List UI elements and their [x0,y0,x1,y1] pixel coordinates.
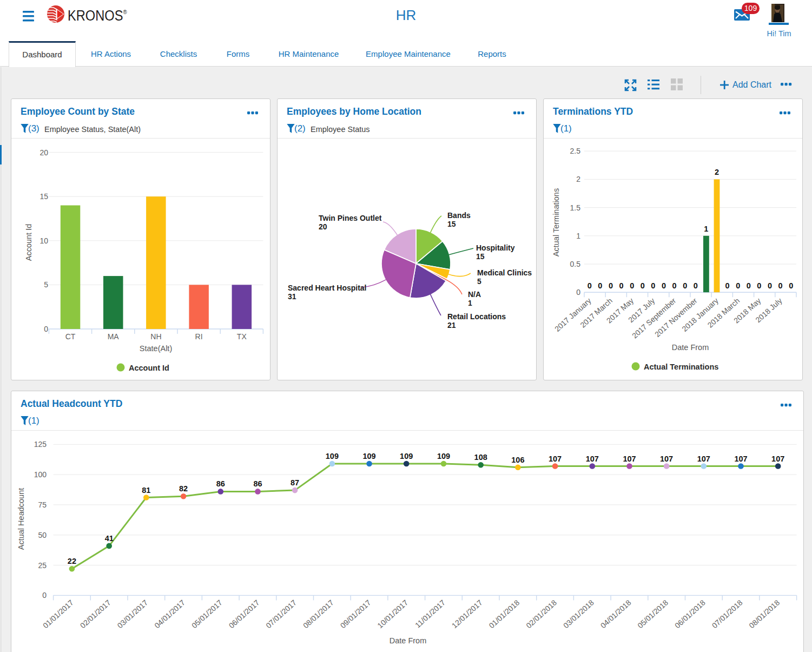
svg-text:125: 125 [34,440,47,449]
svg-text:06/01/2018: 06/01/2018 [673,598,707,630]
svg-text:0: 0 [778,281,783,290]
svg-text:09/01/2017: 09/01/2017 [339,598,373,630]
svg-text:Account Id: Account Id [24,224,33,261]
svg-text:107: 107 [586,455,599,463]
svg-text:08/01/2017: 08/01/2017 [301,598,335,630]
svg-text:05/01/2017: 05/01/2017 [190,598,224,630]
svg-text:107: 107 [734,455,747,463]
svg-text:82: 82 [179,484,188,493]
svg-text:0: 0 [662,281,666,290]
svg-text:1: 1 [704,225,708,233]
svg-text:0: 0 [651,281,655,290]
svg-text:Retail Locations: Retail Locations [447,312,506,321]
svg-text:0: 0 [747,281,751,290]
svg-text:0: 0 [757,281,761,290]
svg-text:86: 86 [216,479,225,488]
svg-text:0: 0 [694,281,698,290]
svg-text:RI: RI [195,332,203,341]
svg-text:02/01/2018: 02/01/2018 [524,598,558,630]
svg-text:0: 0 [736,281,740,290]
svg-text:21: 21 [447,321,456,330]
svg-text:2: 2 [715,168,719,176]
svg-text:1.5: 1.5 [570,203,581,212]
svg-text:15: 15 [447,220,456,228]
svg-text:0: 0 [587,281,592,290]
svg-text:87: 87 [291,478,299,487]
svg-text:25: 25 [38,561,47,570]
svg-text:0: 0 [576,288,580,297]
svg-text:1: 1 [468,299,472,307]
svg-text:106: 106 [511,456,524,464]
svg-text:107: 107 [771,455,784,463]
svg-text:07/01/2018: 07/01/2018 [710,598,744,630]
svg-text:81: 81 [142,486,150,495]
svg-text:0.5: 0.5 [570,260,581,268]
svg-text:NH: NH [150,332,161,341]
svg-text:Account Id: Account Id [129,364,169,372]
svg-text:109: 109 [326,452,339,460]
svg-text:41: 41 [105,534,114,543]
svg-text:12/01/2017: 12/01/2017 [450,598,484,630]
svg-text:107: 107 [623,455,636,463]
svg-text:04/01/2018: 04/01/2018 [599,598,633,630]
svg-text:08/01/2018: 08/01/2018 [747,598,781,630]
svg-text:0: 0 [683,281,687,290]
svg-text:N/A: N/A [468,290,481,299]
svg-text:04/01/2017: 04/01/2017 [153,598,187,630]
svg-text:5: 5 [44,280,48,289]
svg-text:0: 0 [630,281,634,290]
svg-text:Date From: Date From [672,343,709,352]
svg-text:0: 0 [44,325,48,333]
svg-text:86: 86 [253,479,262,488]
svg-text:Medical Clinics: Medical Clinics [477,268,532,277]
svg-text:10/01/2017: 10/01/2017 [375,598,410,630]
svg-text:0: 0 [641,281,645,290]
svg-text:20: 20 [39,148,48,157]
svg-text:100: 100 [34,470,47,479]
svg-text:Sacred Heart Hospital: Sacred Heart Hospital [288,284,367,292]
svg-text:Actual Terminations: Actual Terminations [552,188,560,256]
svg-text:MA: MA [108,332,120,341]
svg-text:1: 1 [576,232,580,240]
svg-text:0: 0 [598,281,602,290]
svg-text:109: 109 [400,452,413,460]
svg-text:109: 109 [362,452,375,460]
svg-text:15: 15 [476,252,485,261]
svg-text:50: 50 [38,531,47,539]
svg-text:01/01/2017: 01/01/2017 [41,598,75,630]
svg-text:0: 0 [768,281,772,290]
svg-text:Actual Headcount: Actual Headcount [17,488,25,550]
svg-text:Date From: Date From [390,636,427,645]
svg-text:75: 75 [38,500,47,509]
svg-text:05/01/2018: 05/01/2018 [636,598,670,630]
svg-text:15: 15 [39,192,48,201]
svg-text:Hospitality: Hospitality [476,243,515,252]
svg-text:Twin Pines Outlet: Twin Pines Outlet [319,214,382,222]
svg-text:109: 109 [437,452,450,460]
svg-text:0: 0 [789,281,793,290]
svg-text:2.5: 2.5 [570,147,581,155]
svg-text:Actual Terminations: Actual Terminations [644,363,718,371]
svg-text:03/01/2017: 03/01/2017 [116,598,150,630]
svg-text:TX: TX [237,332,247,341]
svg-text:CT: CT [65,332,76,341]
svg-text:107: 107 [549,455,562,463]
svg-text:20: 20 [319,222,327,231]
svg-text:11/01/2017: 11/01/2017 [413,598,447,629]
svg-text:0: 0 [42,591,47,600]
svg-text:0: 0 [619,281,624,290]
svg-text:02/01/2017: 02/01/2017 [78,598,113,630]
svg-text:108: 108 [474,453,487,462]
svg-text:5: 5 [477,277,481,286]
svg-text:10: 10 [39,236,48,245]
svg-text:Bands: Bands [447,211,471,220]
svg-text:0: 0 [609,281,613,290]
svg-text:01/01/2018: 01/01/2018 [487,598,521,630]
svg-text:22: 22 [68,557,76,565]
svg-text:107: 107 [697,455,710,463]
svg-text:0: 0 [725,281,730,290]
svg-text:2: 2 [576,175,580,183]
svg-text:07/01/2017: 07/01/2017 [264,598,298,630]
svg-text:0: 0 [672,281,677,290]
svg-text:107: 107 [660,455,673,463]
